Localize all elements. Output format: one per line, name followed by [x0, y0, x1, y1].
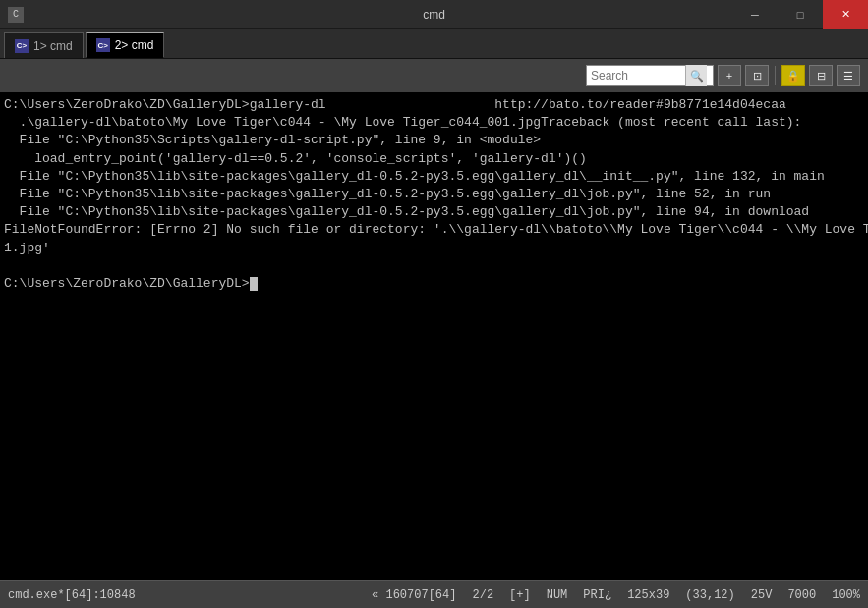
status-process: cmd.exe*[64]:10848 — [8, 588, 136, 602]
minimize-button[interactable]: ─ — [732, 0, 778, 29]
close-button[interactable]: ✕ — [823, 0, 868, 29]
status-mode: [+] — [509, 588, 531, 602]
status-voltage: 25V — [751, 588, 773, 602]
cmd-icon: C — [8, 7, 24, 23]
tab-2[interactable]: C> 2> cmd — [86, 32, 165, 58]
tabbar: C> 1> cmd C> 2> cmd — [0, 29, 868, 59]
settings-button[interactable]: ☰ — [837, 65, 860, 86]
titlebar: C cmd ─ □ ✕ — [0, 0, 868, 29]
tab-2-label: 2> cmd — [115, 38, 154, 52]
status-size: 125x39 — [627, 588, 669, 602]
maximize-button[interactable]: □ — [778, 0, 823, 29]
status-right: « 160707[64] 2/2 [+] NUM PRI¿ 125x39 (33… — [372, 588, 860, 602]
status-position: 2/2 — [472, 588, 493, 602]
panel-button[interactable]: ⊟ — [809, 65, 833, 86]
lock-button[interactable]: 🔒 — [781, 65, 805, 86]
toolbar: 🔍 + ⊡ 🔒 ⊟ ☰ — [0, 59, 868, 92]
tab-1-label: 1> cmd — [33, 39, 73, 53]
tab-2-icon: C> — [96, 38, 110, 52]
tab-1-icon: C> — [15, 39, 29, 53]
new-tab-button[interactable]: + — [718, 65, 741, 86]
search-input[interactable] — [587, 69, 685, 83]
titlebar-controls: ─ □ ✕ — [732, 0, 868, 29]
status-pri: PRI¿ — [583, 588, 611, 602]
tab-1[interactable]: C> 1> cmd — [4, 32, 84, 58]
status-percent: 100% — [832, 588, 860, 602]
search-button[interactable]: 🔍 — [685, 65, 707, 86]
search-box[interactable]: 🔍 — [586, 65, 714, 86]
status-encoding: « 160707[64] — [372, 588, 456, 602]
status-coords: (33,12) — [685, 588, 734, 602]
toolbar-separator — [775, 66, 776, 85]
status-speed: 7000 — [787, 588, 816, 602]
statusbar: cmd.exe*[64]:10848 « 160707[64] 2/2 [+] … — [0, 580, 868, 608]
monitor-button[interactable]: ⊡ — [745, 65, 769, 86]
terminal-output: C:\Users\ZeroDrako\ZD\GalleryDL>gallery-… — [0, 92, 868, 580]
titlebar-left: C — [0, 7, 29, 23]
titlebar-title: cmd — [423, 8, 445, 22]
terminal-cursor — [250, 277, 258, 291]
status-num: NUM — [547, 588, 568, 602]
